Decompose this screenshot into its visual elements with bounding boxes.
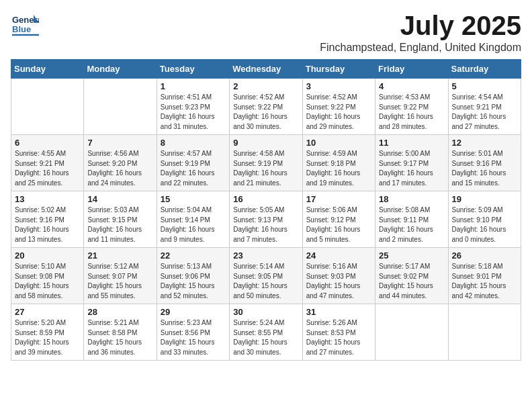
calendar-cell: 28Sunrise: 5:21 AM Sunset: 8:58 PM Dayli… — [84, 304, 157, 361]
calendar-cell: 20Sunrise: 5:10 AM Sunset: 9:08 PM Dayli… — [11, 248, 84, 304]
day-number: 17 — [306, 194, 371, 204]
day-number: 1 — [161, 81, 226, 91]
day-info: Sunrise: 4:56 AM Sunset: 9:20 PM Dayligh… — [87, 149, 152, 188]
day-info: Sunrise: 5:05 AM Sunset: 9:13 PM Dayligh… — [233, 205, 298, 244]
weekday-header: Monday — [84, 60, 157, 79]
day-info: Sunrise: 4:54 AM Sunset: 9:21 PM Dayligh… — [452, 93, 517, 132]
weekday-header: Friday — [375, 60, 448, 79]
calendar-cell: 5Sunrise: 4:54 AM Sunset: 9:21 PM Daylig… — [448, 79, 521, 135]
day-info: Sunrise: 4:58 AM Sunset: 9:19 PM Dayligh… — [233, 149, 298, 188]
day-info: Sunrise: 5:00 AM Sunset: 9:17 PM Dayligh… — [379, 149, 444, 188]
day-info: Sunrise: 5:09 AM Sunset: 9:10 PM Dayligh… — [452, 205, 517, 244]
logo: General Blue — [11, 11, 39, 39]
weekday-header: Tuesday — [157, 60, 229, 79]
day-number: 21 — [87, 250, 152, 261]
calendar-cell: 17Sunrise: 5:06 AM Sunset: 9:12 PM Dayli… — [302, 191, 375, 248]
title-area: July 2025 Finchampstead, England, United… — [320, 11, 521, 54]
day-number: 18 — [379, 194, 444, 204]
calendar-week-row: 13Sunrise: 5:02 AM Sunset: 9:16 PM Dayli… — [11, 191, 521, 248]
day-number: 23 — [233, 250, 298, 261]
calendar-cell: 24Sunrise: 5:16 AM Sunset: 9:03 PM Dayli… — [302, 248, 375, 304]
day-info: Sunrise: 5:03 AM Sunset: 9:15 PM Dayligh… — [87, 205, 152, 244]
day-number: 14 — [87, 194, 152, 204]
calendar-cell: 21Sunrise: 5:12 AM Sunset: 9:07 PM Dayli… — [84, 248, 157, 304]
header: General Blue July 2025 Finchampstead, En… — [11, 11, 521, 54]
calendar-cell: 30Sunrise: 5:24 AM Sunset: 8:55 PM Dayli… — [230, 304, 302, 361]
day-number: 30 — [233, 307, 298, 317]
day-number: 3 — [306, 81, 371, 91]
day-info: Sunrise: 5:16 AM Sunset: 9:03 PM Dayligh… — [306, 262, 371, 301]
day-number: 8 — [161, 138, 226, 148]
weekday-header: Thursday — [302, 60, 375, 79]
day-number: 12 — [452, 138, 517, 148]
calendar-cell: 2Sunrise: 4:52 AM Sunset: 9:22 PM Daylig… — [230, 79, 302, 135]
day-number: 10 — [306, 138, 371, 148]
svg-text:Blue: Blue — [12, 24, 31, 34]
day-info: Sunrise: 5:08 AM Sunset: 9:11 PM Dayligh… — [379, 205, 444, 244]
day-number: 9 — [233, 138, 298, 148]
calendar-cell: 25Sunrise: 5:17 AM Sunset: 9:02 PM Dayli… — [375, 248, 448, 304]
logo-icon: General Blue — [11, 11, 39, 39]
day-info: Sunrise: 5:01 AM Sunset: 9:16 PM Dayligh… — [452, 149, 517, 188]
calendar-cell: 3Sunrise: 4:52 AM Sunset: 9:22 PM Daylig… — [302, 79, 375, 135]
day-info: Sunrise: 4:55 AM Sunset: 9:21 PM Dayligh… — [15, 149, 80, 188]
day-number: 6 — [15, 138, 80, 148]
calendar-cell — [448, 304, 521, 361]
calendar-table: SundayMondayTuesdayWednesdayThursdayFrid… — [11, 59, 521, 361]
day-number: 29 — [161, 307, 226, 317]
calendar-cell: 26Sunrise: 5:18 AM Sunset: 9:01 PM Dayli… — [448, 248, 521, 304]
weekday-header: Sunday — [11, 60, 84, 79]
calendar-cell: 6Sunrise: 4:55 AM Sunset: 9:21 PM Daylig… — [11, 135, 84, 191]
day-info: Sunrise: 4:57 AM Sunset: 9:19 PM Dayligh… — [161, 149, 226, 188]
day-number: 2 — [233, 81, 298, 91]
calendar-cell: 7Sunrise: 4:56 AM Sunset: 9:20 PM Daylig… — [84, 135, 157, 191]
day-info: Sunrise: 5:02 AM Sunset: 9:16 PM Dayligh… — [15, 205, 80, 244]
location-subtitle: Finchampstead, England, United Kingdom — [320, 42, 521, 54]
day-info: Sunrise: 4:52 AM Sunset: 9:22 PM Dayligh… — [233, 93, 298, 132]
day-number: 7 — [87, 138, 152, 148]
day-info: Sunrise: 5:17 AM Sunset: 9:02 PM Dayligh… — [379, 262, 444, 301]
month-year-title: July 2025 — [320, 11, 521, 40]
calendar-cell: 23Sunrise: 5:14 AM Sunset: 9:05 PM Dayli… — [230, 248, 302, 304]
day-info: Sunrise: 5:04 AM Sunset: 9:14 PM Dayligh… — [161, 205, 226, 244]
calendar-week-row: 27Sunrise: 5:20 AM Sunset: 8:59 PM Dayli… — [11, 304, 521, 361]
calendar-cell: 15Sunrise: 5:04 AM Sunset: 9:14 PM Dayli… — [157, 191, 229, 248]
day-info: Sunrise: 4:59 AM Sunset: 9:18 PM Dayligh… — [306, 149, 371, 188]
day-number: 20 — [15, 250, 80, 261]
day-info: Sunrise: 5:10 AM Sunset: 9:08 PM Dayligh… — [15, 262, 80, 301]
calendar-cell: 8Sunrise: 4:57 AM Sunset: 9:19 PM Daylig… — [157, 135, 229, 191]
day-number: 16 — [233, 194, 298, 204]
day-info: Sunrise: 4:53 AM Sunset: 9:22 PM Dayligh… — [379, 93, 444, 132]
calendar-cell: 11Sunrise: 5:00 AM Sunset: 9:17 PM Dayli… — [375, 135, 448, 191]
calendar-cell: 10Sunrise: 4:59 AM Sunset: 9:18 PM Dayli… — [302, 135, 375, 191]
day-info: Sunrise: 5:18 AM Sunset: 9:01 PM Dayligh… — [452, 262, 517, 301]
calendar-cell: 4Sunrise: 4:53 AM Sunset: 9:22 PM Daylig… — [375, 79, 448, 135]
day-number: 15 — [161, 194, 226, 204]
day-info: Sunrise: 5:06 AM Sunset: 9:12 PM Dayligh… — [306, 205, 371, 244]
calendar-week-row: 1Sunrise: 4:51 AM Sunset: 9:23 PM Daylig… — [11, 79, 521, 135]
calendar-cell: 19Sunrise: 5:09 AM Sunset: 9:10 PM Dayli… — [448, 191, 521, 248]
day-info: Sunrise: 5:24 AM Sunset: 8:55 PM Dayligh… — [233, 318, 298, 357]
day-number: 13 — [15, 194, 80, 204]
day-number: 28 — [87, 307, 152, 317]
calendar-week-row: 6Sunrise: 4:55 AM Sunset: 9:21 PM Daylig… — [11, 135, 521, 191]
day-info: Sunrise: 5:12 AM Sunset: 9:07 PM Dayligh… — [87, 262, 152, 301]
day-number: 4 — [379, 81, 444, 91]
day-number: 22 — [161, 250, 226, 261]
day-number: 11 — [379, 138, 444, 148]
day-info: Sunrise: 5:13 AM Sunset: 9:06 PM Dayligh… — [161, 262, 226, 301]
day-info: Sunrise: 5:14 AM Sunset: 9:05 PM Dayligh… — [233, 262, 298, 301]
calendar-week-row: 20Sunrise: 5:10 AM Sunset: 9:08 PM Dayli… — [11, 248, 521, 304]
weekday-header: Saturday — [448, 60, 521, 79]
calendar-cell: 31Sunrise: 5:26 AM Sunset: 8:53 PM Dayli… — [302, 304, 375, 361]
calendar-cell: 22Sunrise: 5:13 AM Sunset: 9:06 PM Dayli… — [157, 248, 229, 304]
calendar-cell — [11, 79, 84, 135]
calendar-cell — [375, 304, 448, 361]
calendar-cell: 29Sunrise: 5:23 AM Sunset: 8:56 PM Dayli… — [157, 304, 229, 361]
day-info: Sunrise: 5:23 AM Sunset: 8:56 PM Dayligh… — [161, 318, 226, 357]
day-number: 24 — [306, 250, 371, 261]
calendar-cell: 9Sunrise: 4:58 AM Sunset: 9:19 PM Daylig… — [230, 135, 302, 191]
day-info: Sunrise: 4:52 AM Sunset: 9:22 PM Dayligh… — [306, 93, 371, 132]
calendar-cell: 14Sunrise: 5:03 AM Sunset: 9:15 PM Dayli… — [84, 191, 157, 248]
day-info: Sunrise: 5:20 AM Sunset: 8:59 PM Dayligh… — [15, 318, 80, 357]
